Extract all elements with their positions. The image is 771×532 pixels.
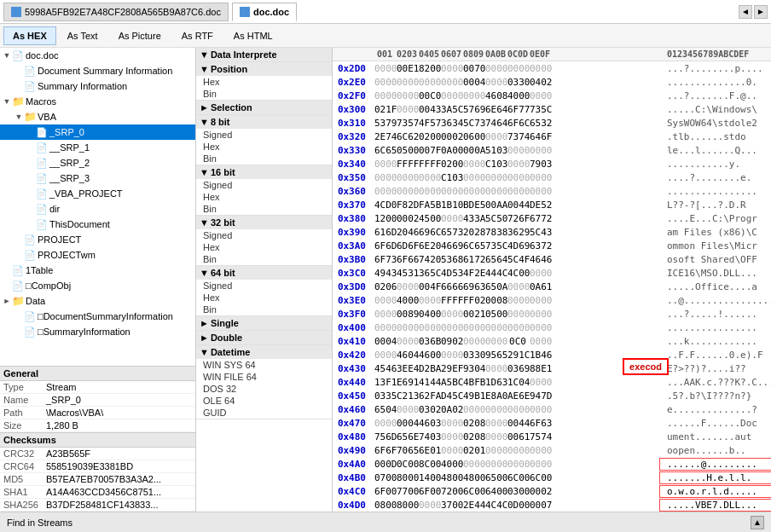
hex-byte[interactable]: 4500 xyxy=(419,213,439,224)
hex-byte[interactable]: 8000 xyxy=(397,500,417,511)
tree-item-data[interactable]: ► 📁 Data xyxy=(0,293,195,309)
toolbar-as-rtf[interactable]: As RTF xyxy=(172,26,223,45)
hex-byte[interactable]: 88E1 xyxy=(530,363,550,374)
hex-byte[interactable]: 0000 xyxy=(507,172,528,183)
hex-row[interactable]: 0x2D0000000E1820000000070000000000000...… xyxy=(333,61,771,75)
hex-byte[interactable]: 5368 xyxy=(441,254,461,265)
hex-byte[interactable]: 6963 xyxy=(463,281,484,292)
hex-byte[interactable]: 0369 xyxy=(507,363,528,374)
hex-byte[interactable]: 0000 xyxy=(441,77,461,88)
hex-byte[interactable]: 646F xyxy=(530,131,550,142)
hex-byte[interactable]: 4943 xyxy=(374,268,395,279)
hex-row[interactable]: 0x47000000004460300000208000000446F63...… xyxy=(333,416,771,430)
tree-toggle-data[interactable]: ► xyxy=(2,296,12,306)
hex-byte[interactable]: 0208 xyxy=(463,418,484,429)
hex-byte[interactable]: 7464 xyxy=(485,118,506,129)
hex-byte[interactable]: 0201 xyxy=(463,445,484,456)
hex-byte[interactable]: 0000 xyxy=(374,295,395,306)
hex-byte[interactable]: FFFF xyxy=(441,295,461,306)
interp-32bit-header[interactable]: ▼ 32 bit xyxy=(196,216,332,229)
hex-byte[interactable]: 5103 xyxy=(485,145,506,156)
hex-byte[interactable]: 0000 xyxy=(463,322,484,333)
hex-byte[interactable]: 1200 xyxy=(374,213,395,224)
hex-byte[interactable]: E691 xyxy=(397,377,417,388)
hex-byte[interactable]: 0000 xyxy=(485,336,506,347)
hex-byte[interactable]: 0000 xyxy=(441,431,461,442)
hex-byte[interactable]: 6F6D xyxy=(374,240,395,252)
hex-byte[interactable]: 6E64 xyxy=(485,104,506,115)
hex-byte[interactable]: 0004 xyxy=(463,77,484,88)
hex-byte[interactable]: 0000 xyxy=(441,213,461,224)
hex-byte[interactable]: 0000 xyxy=(530,459,550,470)
hex-byte[interactable]: 0000 xyxy=(374,418,395,429)
hex-byte[interactable]: 0000 xyxy=(485,131,506,142)
hex-byte[interactable]: 0002 xyxy=(530,486,550,497)
hex-byte[interactable]: 0000 xyxy=(507,445,528,456)
hex-byte[interactable]: 0000 xyxy=(485,431,506,442)
hex-byte[interactable]: 4646 xyxy=(530,254,550,265)
interp-double-header[interactable]: ► Double xyxy=(196,331,332,344)
hex-byte[interactable]: 7357 xyxy=(397,118,417,129)
hex-byte[interactable]: 6400 xyxy=(485,486,506,497)
hex-byte[interactable]: 0200 xyxy=(441,159,461,170)
hex-row[interactable]: 0x390616D2046696C65732028783836295C43am … xyxy=(333,225,771,239)
hex-byte[interactable]: 0000 xyxy=(485,459,506,470)
hex-byte[interactable]: 4F57 xyxy=(419,118,439,129)
hex-row[interactable]: 0x3306C650500007F0A00000A510300000000le.… xyxy=(333,143,771,157)
hex-byte[interactable]: 0000 xyxy=(507,281,528,292)
hex-byte[interactable]: 7420 xyxy=(419,254,439,265)
hex-byte[interactable]: 6500 xyxy=(485,472,506,483)
hex-byte[interactable]: 6372 xyxy=(530,240,550,252)
hex-row[interactable]: 0x4500335C21362FAD45C49B1E8A0AE6E947D.5?… xyxy=(333,389,771,402)
hex-row[interactable]: 0x3801200000245000000433A5C50726F6772...… xyxy=(333,211,771,225)
nav-prev[interactable]: ◄ xyxy=(739,5,752,19)
tree-item-vbaproject[interactable]: 📄 _VBA_PROJECT xyxy=(0,186,195,201)
hex-byte[interactable]: 0000 xyxy=(463,159,484,170)
hex-byte[interactable]: 726F xyxy=(507,213,528,224)
hex-byte[interactable]: BDE5 xyxy=(463,200,484,211)
hex-byte[interactable]: 0000 xyxy=(397,104,417,115)
hex-byte[interactable]: 0000 xyxy=(530,268,550,279)
hex-byte[interactable]: 0000 xyxy=(374,77,395,88)
hex-byte[interactable]: 000A xyxy=(463,145,484,156)
hex-byte[interactable]: 656E xyxy=(397,431,417,442)
hex-byte[interactable]: 0004 xyxy=(397,418,417,429)
hex-byte[interactable]: 6532 xyxy=(530,118,550,129)
hex-byte[interactable]: 0000 xyxy=(507,295,528,306)
hex-byte[interactable]: 0000 xyxy=(374,159,395,170)
hex-byte[interactable]: 4669 xyxy=(441,240,461,252)
hex-row[interactable]: 0x480756D656E740300000208000000617574ume… xyxy=(333,430,771,443)
hex-byte[interactable]: 1B10 xyxy=(441,200,461,211)
hex-byte[interactable]: 5C43 xyxy=(530,227,550,238)
hex-byte[interactable]: 0330 xyxy=(463,350,484,361)
hex-byte[interactable]: 0000 xyxy=(397,336,417,347)
hex-byte[interactable]: 0000 xyxy=(530,186,550,197)
hex-byte[interactable]: 0004 xyxy=(374,336,395,347)
hex-byte[interactable]: 6C65 xyxy=(374,145,395,156)
hex-byte[interactable]: 0008 xyxy=(485,295,506,306)
hex-byte[interactable]: 4546 xyxy=(374,363,395,374)
hex-byte[interactable]: 0000 xyxy=(441,309,461,320)
hex-byte[interactable]: 6C62 xyxy=(397,131,417,142)
hex-row[interactable]: 0x3704CD0F82DFA5B1B10BDE500AA0044DE52L??… xyxy=(333,198,771,211)
toolbar-as-html[interactable]: As HTML xyxy=(224,26,282,45)
hex-byte[interactable]: 0000 xyxy=(441,322,461,333)
hex-byte[interactable]: 4CD0 xyxy=(374,200,395,211)
hex-byte[interactable]: 00AA xyxy=(485,200,506,211)
hex-byte[interactable]: 2E44 xyxy=(463,500,484,511)
hex-byte[interactable]: 0000 xyxy=(507,309,528,320)
toolbar-as-hex[interactable]: As HEX xyxy=(3,26,56,45)
hex-byte[interactable]: 4D69 xyxy=(507,240,528,252)
hex-byte[interactable]: 0000 xyxy=(530,377,550,388)
hex-byte[interactable]: 7200 xyxy=(441,486,461,497)
hex-byte[interactable]: 735C xyxy=(485,240,506,252)
hex-byte[interactable]: 0061 xyxy=(507,431,528,442)
hex-byte[interactable]: 0000 xyxy=(530,145,550,156)
hex-byte[interactable]: 0500 xyxy=(485,309,506,320)
tree-item-thisdoc[interactable]: 📄 ThisDocument xyxy=(0,217,195,232)
tree-item-srp2[interactable]: 📄 __SRP_2 xyxy=(0,155,195,171)
hex-byte[interactable]: E8A0 xyxy=(485,390,506,402)
hex-byte[interactable]: 0044 xyxy=(507,200,528,211)
hex-byte[interactable]: 0002 xyxy=(397,213,417,224)
hex-byte[interactable]: 0000 xyxy=(463,404,484,415)
